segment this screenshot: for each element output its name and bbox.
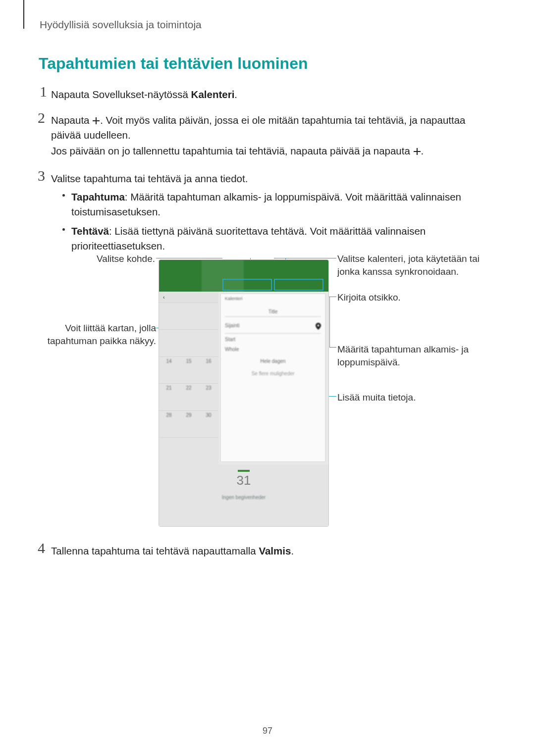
callout-line (329, 297, 330, 347)
plus-icon (413, 145, 421, 156)
callout-set-dates: Määritä tapahtuman alkamis- ja loppumisp… (337, 343, 486, 368)
callout-line (156, 258, 222, 258)
figure-event-panel: Kalenteri Title Sijainti Start Whole Hel… (220, 294, 325, 462)
figure-highlight-box (274, 279, 323, 291)
step-number-2: 2 (38, 109, 45, 126)
chevron-left-icon: ‹ (163, 294, 165, 300)
step-4-text: Tallenna tapahtuma tai tehtävä napauttam… (51, 544, 294, 558)
callout-line (329, 347, 336, 348)
figure-repeat-field: Se flere muligheder (225, 371, 321, 376)
running-header: Hyödyllisiä sovelluksia ja toimintoja (40, 19, 202, 31)
step-number-3: 3 (38, 167, 45, 184)
list-item: Tehtävä: Lisää tiettynä päivänä suoritet… (62, 224, 493, 253)
step-number-4: 4 (38, 540, 45, 556)
plus-icon (92, 114, 100, 126)
bullet-dot-icon (62, 194, 65, 197)
bullet-dot-icon (62, 228, 65, 231)
step-1-text: Napauta Sovellukset-näytössä Kalenteri. (51, 87, 237, 102)
callout-attach-map: Voit liittää kartan, jolla tapahtuman pa… (37, 322, 156, 347)
step-3-text: Valitse tapahtuma tai tehtävä ja anna ti… (51, 171, 248, 186)
figure-highlight-box (222, 279, 272, 291)
callout-select-type: Valitse kohde. (91, 252, 155, 265)
figure-summary-line-1: Ingen begivenheder (159, 495, 328, 500)
figure-calendar-label: Kalenteri (225, 296, 321, 301)
step-number-1: 1 (40, 83, 47, 100)
figure-whole-day-field: Hele dagen (225, 358, 321, 364)
list-item: Tapahtuma: Määritä tapahtuman alkamis- j… (62, 190, 493, 219)
figure-month-bar: ‹ (159, 292, 218, 302)
page-number: 97 (0, 726, 535, 736)
callout-write-title: Kirjoita otsikko. (337, 291, 466, 304)
callout-more-details: Lisää muita tietoja. (337, 391, 486, 404)
section-title: Tapahtumien tai tehtävien luominen (39, 54, 308, 73)
step-2-text-b: Jos päivään on jo tallennettu tapahtumia… (51, 144, 424, 158)
figure-title-field: Title (225, 309, 321, 317)
bulleted-list: Tapahtuma: Määritä tapahtuman alkamis- j… (62, 190, 493, 258)
map-pin-icon (316, 323, 321, 331)
figure-tab (159, 260, 202, 292)
figure-mini-calendar: 141516 212223 282930 (159, 302, 218, 465)
figure-day-summary: 31 Ingen begivenheder (159, 465, 328, 526)
left-margin-rule (23, 0, 24, 29)
calendar-screenshot: ‹ 141516 212223 282930 Kalenteri Title S… (159, 259, 329, 527)
figure-start-field: Start (225, 337, 321, 342)
callout-select-calendar: Valitse kalenteri, jota käytetään tai jo… (337, 252, 486, 278)
figure-location-field: Sijainti (225, 323, 321, 334)
step-2-text: Napauta . Voit myös valita päivän, jossa… (51, 113, 492, 142)
figure-end-field: Whole (225, 347, 321, 352)
figure-day-number: 31 (234, 470, 254, 488)
callout-line (274, 258, 336, 258)
